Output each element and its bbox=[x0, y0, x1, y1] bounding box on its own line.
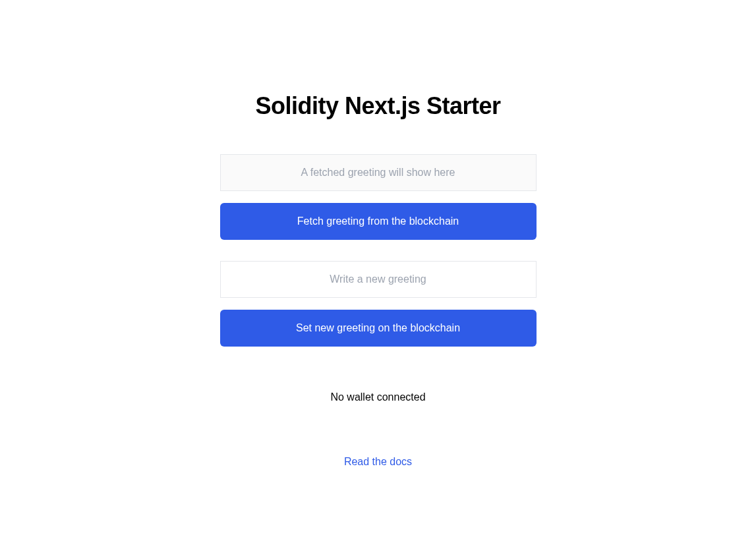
set-greeting-button-label: Set new greeting on the blockchain bbox=[296, 322, 460, 334]
set-greeting-button[interactable]: Set new greeting on the blockchain bbox=[220, 310, 537, 347]
greeting-display: A fetched greeting will show here bbox=[220, 154, 537, 191]
wallet-status: No wallet connected bbox=[330, 391, 425, 403]
page-title: Solidity Next.js Starter bbox=[255, 92, 500, 120]
docs-link[interactable]: Read the docs bbox=[344, 456, 412, 468]
fetch-greeting-button[interactable]: Fetch greeting from the blockchain bbox=[220, 203, 537, 240]
fetch-greeting-button-label: Fetch greeting from the blockchain bbox=[297, 215, 459, 227]
greeting-display-text: A fetched greeting will show here bbox=[301, 167, 455, 179]
main-container: Solidity Next.js Starter A fetched greet… bbox=[220, 0, 537, 468]
new-greeting-input[interactable] bbox=[220, 261, 537, 298]
